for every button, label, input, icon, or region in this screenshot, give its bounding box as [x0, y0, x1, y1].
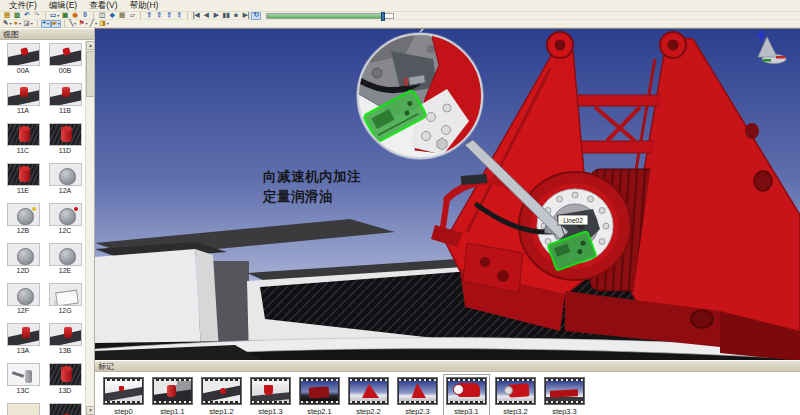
toolbar-separator — [93, 12, 94, 19]
step-thumbnail[interactable]: step1.1 — [149, 374, 196, 415]
step-thumbnail[interactable]: step3.3 — [541, 374, 588, 415]
chevron-down-icon: ▾ — [58, 22, 60, 26]
step-thumbnail-image — [252, 381, 289, 401]
export-2-button[interactable]: ⇧ — [154, 12, 164, 20]
timeline-handle[interactable] — [381, 12, 385, 21]
view-thumbnail[interactable] — [2, 401, 44, 415]
export-3-button[interactable]: ⇧ — [164, 12, 174, 20]
filmstrip-frame — [348, 377, 389, 405]
export-4-button[interactable]: ⇧ — [174, 12, 184, 20]
step-thumbnail[interactable]: step3.1 — [443, 374, 490, 415]
step-thumbnail-list: step0 step1.1 step1.2 step1.3 — [95, 372, 800, 415]
view-thumbnail[interactable]: 12B — [2, 201, 44, 241]
menu-item[interactable]: 帮助(H) — [124, 0, 165, 12]
export-1-button[interactable]: ⇧ — [144, 12, 154, 20]
view-thumbnail-image — [49, 283, 82, 306]
line-tool-button[interactable]: ╱ ▾ — [89, 20, 99, 28]
view-thumbnail[interactable]: 12G — [44, 281, 86, 321]
view-thumbnail-label: 13D — [59, 387, 72, 394]
view-thumbnail[interactable]: 12C — [44, 201, 86, 241]
step-thumbnail[interactable]: step1.3 — [247, 374, 294, 415]
view-thumbnail[interactable]: 13C — [2, 361, 44, 401]
step-back-button[interactable]: ◀ — [201, 12, 211, 20]
skip-start-button[interactable]: |◀ — [191, 12, 201, 20]
menu-item[interactable]: 文件(F) — [3, 0, 43, 12]
chevron-down-icon: ▾ — [95, 22, 97, 26]
grid-button[interactable]: ▦ — [117, 12, 127, 20]
menu-item[interactable]: 查看(V) — [83, 0, 123, 12]
redo-button[interactable]: ↷ — [32, 12, 42, 20]
svg-text:向减速机内加注: 向减速机内加注 — [263, 169, 361, 184]
filmstrip-frame — [201, 377, 242, 405]
stylus-tool-button[interactable]: ╲ ▾ — [68, 20, 78, 28]
step-thumbnail[interactable]: step0 — [100, 374, 147, 415]
view-thumbnail[interactable]: 12A — [44, 161, 86, 201]
step-thumbnail[interactable]: step2.2 — [345, 374, 392, 415]
toolbar-button-icon: ↻ — [253, 12, 258, 19]
step-thumbnail[interactable]: step3.2 — [492, 374, 539, 415]
application-window: { "menu": { "items": [ {"label":"文件(F)"}… — [0, 0, 800, 415]
step-thumbnail[interactable]: step2.1 — [296, 374, 343, 415]
step-thumbnail-label: step2.2 — [356, 407, 381, 415]
view-thumbnail[interactable]: 00B — [44, 41, 86, 81]
step-thumbnail-image — [301, 381, 338, 401]
marks-panel: 标记 step0 step1.1 step1.2 — [95, 360, 800, 415]
view-thumbnail[interactable]: 11A — [2, 81, 44, 121]
pause-button[interactable]: ▮▮ — [221, 12, 231, 20]
paint-tool-button[interactable]: ▰ ▾ — [51, 20, 61, 28]
view-thumbnail[interactable]: 12D — [2, 241, 44, 281]
view-thumbnail-image — [7, 43, 40, 66]
toolbar-button-icon: ◫ — [99, 12, 105, 19]
view-thumbnail[interactable]: 11C — [2, 121, 44, 161]
step-thumbnail[interactable]: step1.2 — [198, 374, 245, 415]
view-thumbnail[interactable]: 12F — [2, 281, 44, 321]
chevron-down-icon: ▾ — [74, 22, 76, 26]
menu-item[interactable]: 编辑(E) — [43, 0, 83, 12]
skip-end-button[interactable]: ▶| — [241, 12, 251, 20]
toolbar-button-icon: ▶ — [214, 12, 219, 19]
scroll-down-button[interactable]: ▼ — [86, 406, 95, 415]
view-thumbnail[interactable] — [44, 401, 86, 415]
view-thumbnail-label: 12A — [59, 187, 71, 194]
viewport-canvas[interactable]: Line02 — [95, 28, 800, 360]
view-thumbnail-image — [49, 203, 82, 226]
view-thumbnail[interactable]: 11E — [2, 161, 44, 201]
view-thumbnail-label: 12G — [58, 307, 71, 314]
palette-tool-button[interactable]: ◨ ▾ — [99, 20, 110, 28]
step-thumbnail-image — [105, 381, 142, 401]
step-thumbnail[interactable]: step2.3 — [394, 374, 441, 415]
view-thumbnail-label: 12B — [17, 227, 29, 234]
shape-tool-button[interactable]: ● ▾ — [12, 20, 22, 28]
publish-button[interactable]: ◆ — [107, 12, 117, 20]
stop-button[interactable]: ■ — [231, 12, 241, 20]
play-button[interactable]: ▶ — [211, 12, 221, 20]
view-thumbnail[interactable]: 00A — [2, 41, 44, 81]
toolbar-separator — [187, 12, 188, 19]
eraser-tool-button[interactable]: ◪ ▾ — [22, 20, 33, 28]
view-thumbnail-label: 00B — [59, 67, 71, 74]
loop-button[interactable]: ↻ — [251, 12, 261, 20]
view-thumbnail[interactable]: 13B — [44, 321, 86, 361]
view-thumbnail-image — [7, 163, 40, 186]
scroll-up-button[interactable]: ▲ — [86, 41, 95, 50]
view-thumbnail-label: 11E — [17, 187, 29, 194]
view-thumbnail[interactable]: 13A — [2, 321, 44, 361]
view-thumbnail-image — [7, 123, 40, 146]
view-thumbnail[interactable]: 12E — [44, 241, 86, 281]
timeline-slider[interactable] — [266, 13, 394, 19]
pen-tool-button[interactable]: ✎ ▾ — [2, 20, 12, 28]
move-tool-button[interactable]: + ▾ — [41, 20, 51, 28]
view-thumbnail-image — [7, 323, 40, 346]
scrollbar-thumb[interactable] — [86, 51, 95, 97]
toolbar-button-icon: ▮▮ — [223, 12, 230, 19]
toolbar-separator — [140, 12, 141, 19]
step-thumbnail-image — [497, 381, 534, 401]
cube-button[interactable]: ▱ — [127, 12, 137, 20]
view-thumbnail[interactable]: 13D — [44, 361, 86, 401]
view-thumbnail[interactable]: 11B — [44, 81, 86, 121]
chevron-down-icon: ▾ — [31, 22, 33, 26]
flag-tool-button[interactable]: ⚑ ▾ — [78, 20, 89, 28]
step-thumbnail-image — [399, 381, 436, 401]
view-thumbnail[interactable]: 11D — [44, 121, 86, 161]
sidebar-scrollbar[interactable]: ▲ ▼ — [85, 41, 94, 415]
